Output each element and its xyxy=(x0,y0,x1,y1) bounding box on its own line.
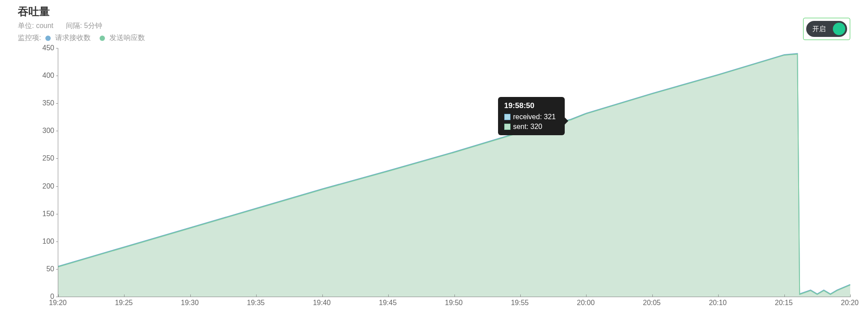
y-tick: 400 xyxy=(42,72,54,80)
y-tick: 100 xyxy=(42,238,54,246)
legend-item-received[interactable]: 请求接收数 xyxy=(45,33,91,43)
x-tick: 19:25 xyxy=(115,299,133,306)
y-tick: 250 xyxy=(42,154,54,162)
chart-legend: 监控项: 请求接收数 发送响应数 xyxy=(18,33,149,43)
y-tick: 200 xyxy=(42,182,54,190)
x-tick: 19:35 xyxy=(247,299,265,306)
throughput-chart-panel: 吞吐量 单位: count 间隔: 5分钟 监控项: 请求接收数 发送响应数 开… xyxy=(18,4,850,297)
y-tick: 450 xyxy=(42,44,54,52)
legend-label-received: 请求接收数 xyxy=(55,33,91,43)
legend-swatch-received xyxy=(45,36,51,41)
toggle-knob xyxy=(833,23,845,35)
chart-tooltip: 19:58:50 received: 321 sent: 320 xyxy=(498,97,565,135)
x-axis: 19:2019:2519:3019:3519:4019:4519:5019:55… xyxy=(58,299,850,306)
tooltip-time: 19:58:50 xyxy=(504,101,559,110)
realtime-toggle-frame: 开启 xyxy=(803,18,850,40)
tooltip-row-sent: sent: 320 xyxy=(504,123,559,131)
chart-header-left: 吞吐量 单位: count 间隔: 5分钟 监控项: 请求接收数 发送响应数 xyxy=(18,4,149,43)
x-tick: 19:45 xyxy=(379,299,397,306)
tooltip-text-sent: sent: 320 xyxy=(513,123,542,131)
x-tick: 19:20 xyxy=(49,299,67,306)
y-tick: 150 xyxy=(42,210,54,218)
plot[interactable]: 19:58:50 received: 321 sent: 320 xyxy=(58,48,850,297)
legend-item-sent[interactable]: 发送响应数 xyxy=(100,33,145,43)
interval-label: 间隔: 5分钟 xyxy=(66,21,102,31)
tooltip-row-received: received: 321 xyxy=(504,113,559,121)
x-tick: 20:20 xyxy=(841,299,859,306)
realtime-toggle[interactable]: 开启 xyxy=(806,21,847,37)
x-tick: 20:05 xyxy=(643,299,661,306)
chart-title: 吞吐量 xyxy=(18,4,149,19)
y-tick: 350 xyxy=(42,99,54,107)
chart-meta: 单位: count 间隔: 5分钟 xyxy=(18,21,149,31)
legend-label-sent: 发送响应数 xyxy=(109,33,145,43)
tooltip-swatch-received xyxy=(504,114,510,120)
legend-swatch-sent xyxy=(100,36,105,41)
x-tick: 20:15 xyxy=(775,299,793,306)
x-tick: 20:00 xyxy=(577,299,595,306)
y-tick: 50 xyxy=(46,265,54,273)
monitor-label: 监控项: xyxy=(18,33,41,43)
unit-label: 单位: count xyxy=(18,21,53,31)
x-tick: 19:50 xyxy=(445,299,462,306)
y-tick: 300 xyxy=(42,127,54,135)
x-tick: 20:10 xyxy=(709,299,727,306)
tooltip-swatch-sent xyxy=(504,124,510,130)
plot-area: 050100150200250300350400450 19:58:50 rec… xyxy=(18,48,850,297)
x-tick: 19:40 xyxy=(313,299,331,306)
x-tick: 19:30 xyxy=(181,299,199,306)
tooltip-arrow-icon xyxy=(565,117,568,125)
toggle-label: 开启 xyxy=(812,25,826,33)
tooltip-text-received: received: 321 xyxy=(513,113,556,121)
y-axis: 050100150200250300350400450 xyxy=(18,48,58,297)
x-tick: 19:55 xyxy=(511,299,529,306)
chart-header: 吞吐量 单位: count 间隔: 5分钟 监控项: 请求接收数 发送响应数 开… xyxy=(18,4,850,43)
